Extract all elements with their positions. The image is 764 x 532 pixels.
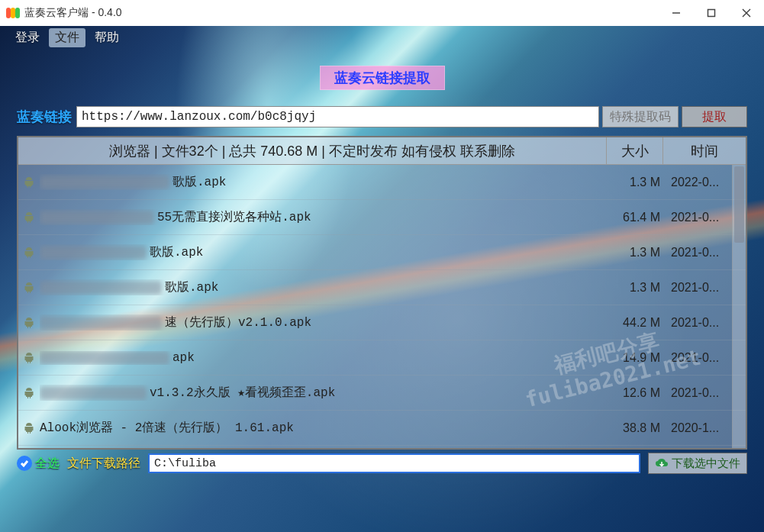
table-row[interactable]: UPX浏览器v85.0.4183.127会员破解版 极速访问站.apk51.0 … — [18, 446, 746, 448]
file-name-text: 歌版.apk — [165, 279, 218, 295]
minimize-button[interactable] — [659, 0, 694, 26]
table-body: 福利吧分享 fuliba2021.net 歌版.apk1.3 M2022-0..… — [18, 165, 746, 448]
select-all-button[interactable]: 全选 — [17, 456, 60, 472]
file-name-cell: 歌版.apk — [40, 279, 610, 295]
file-size-cell: 61.4 M — [610, 211, 666, 224]
file-name-text: Alook浏览器 - 2倍速（先行版） 1.61.apk — [40, 420, 294, 436]
file-name-text: v1.3.2永久版 ★看视频歪歪.apk — [150, 385, 335, 401]
file-size-cell: 12.6 M — [610, 386, 666, 400]
table-row[interactable]: v1.3.2永久版 ★看视频歪歪.apk12.6 M2021-0... — [18, 376, 746, 411]
app-logo-icon — [6, 8, 20, 18]
extract-code-input[interactable] — [602, 106, 679, 127]
url-label: 蓝奏链接 — [17, 108, 72, 126]
scrollbar[interactable] — [732, 165, 746, 448]
extract-button[interactable]: 提取 — [682, 106, 747, 127]
table-row[interactable]: 速（先行版）v2.1.0.apk44.2 M2021-0... — [18, 305, 746, 340]
menu-help[interactable]: 帮助 — [89, 28, 125, 47]
file-size-cell: 1.3 M — [610, 281, 666, 295]
check-icon — [17, 456, 32, 471]
android-icon — [23, 176, 35, 189]
url-row: 蓝奏链接 提取 — [17, 104, 747, 130]
file-name-cell: 速（先行版）v2.1.0.apk — [40, 314, 610, 330]
select-all-label: 全选 — [35, 456, 60, 472]
file-size-cell: 1.3 M — [610, 246, 666, 260]
download-button-label: 下载选中文件 — [672, 456, 740, 471]
android-icon — [23, 247, 35, 259]
col-name[interactable]: 浏览器 | 文件32个 | 总共 740.68 M | 不定时发布 如有侵权 联… — [18, 137, 607, 164]
file-icon-cell — [18, 422, 40, 434]
file-name-cell: Alook浏览器 - 2倍速（先行版） 1.61.apk — [40, 420, 610, 436]
file-icon-cell — [18, 211, 40, 224]
table-row[interactable]: 歌版.apk1.3 M2022-0... — [18, 165, 746, 200]
col-time[interactable]: 时间 — [663, 137, 746, 164]
file-icon-cell — [18, 176, 40, 189]
file-name-cell: 歌版.apk — [40, 174, 610, 190]
maximize-button[interactable] — [694, 0, 729, 26]
file-size-cell: 14.9 M — [610, 351, 666, 365]
table-row[interactable]: Alook浏览器 - 2倍速（先行版） 1.61.apk38.8 M2020-1… — [18, 411, 746, 446]
file-name-cell: v1.3.2永久版 ★看视频歪歪.apk — [40, 385, 610, 401]
file-table: 浏览器 | 文件32个 | 总共 740.68 M | 不定时发布 如有侵权 联… — [17, 136, 747, 450]
cloud-download-icon — [655, 458, 669, 469]
table-row[interactable]: apk14.9 M2021-0... — [18, 340, 746, 376]
android-icon — [23, 422, 35, 434]
scroll-thumb[interactable] — [734, 166, 744, 243]
table-header: 浏览器 | 文件32个 | 总共 740.68 M | 不定时发布 如有侵权 联… — [18, 137, 746, 165]
download-path-label: 文件下载路径 — [67, 456, 140, 472]
table-row[interactable]: 55无需直接浏览各种站.apk61.4 M2021-0... — [18, 200, 746, 235]
file-name-cell: 55无需直接浏览各种站.apk — [40, 209, 610, 225]
headline-banner: 蓝奏云链接提取 — [320, 66, 445, 90]
file-name-text: apk — [172, 351, 195, 365]
android-icon — [23, 211, 35, 224]
android-icon — [23, 352, 35, 364]
menu-login[interactable]: 登录 — [9, 28, 46, 47]
file-name-text: 歌版.apk — [172, 174, 226, 190]
android-icon — [23, 387, 35, 399]
file-icon-cell — [18, 387, 40, 399]
file-icon-cell — [18, 317, 40, 329]
table-row[interactable]: 歌版.apk1.3 M2021-0... — [18, 270, 746, 305]
file-icon-cell — [18, 247, 40, 259]
android-icon — [23, 317, 35, 329]
android-icon — [23, 282, 35, 294]
menu-file[interactable]: 文件 — [49, 28, 85, 47]
file-name-cell: apk — [40, 351, 610, 365]
file-size-cell: 44.2 M — [610, 316, 666, 330]
window-title: 蓝奏云客户端 - 0.4.0 — [24, 6, 122, 20]
file-size-cell: 1.3 M — [610, 176, 666, 189]
file-icon-cell — [18, 282, 40, 294]
titlebar: 蓝奏云客户端 - 0.4.0 — [0, 0, 764, 26]
bottom-bar: 全选 文件下载路径 下载选中文件 — [17, 451, 747, 476]
table-row[interactable]: 歌版.apk1.3 M2021-0... — [18, 235, 746, 270]
download-selected-button[interactable]: 下载选中文件 — [648, 453, 747, 474]
menubar: 登录 文件 帮助 — [0, 26, 764, 49]
col-size[interactable]: 大小 — [607, 137, 663, 164]
file-size-cell: 38.8 M — [610, 421, 666, 435]
file-name-cell: 歌版.apk — [40, 244, 610, 260]
file-name-text: 55无需直接浏览各种站.apk — [157, 209, 311, 225]
url-input[interactable] — [76, 106, 599, 127]
window-controls — [659, 0, 764, 26]
title-left: 蓝奏云客户端 - 0.4.0 — [6, 6, 122, 20]
file-icon-cell — [18, 352, 40, 364]
svg-rect-1 — [708, 10, 715, 17]
file-name-text: 速（先行版）v2.1.0.apk — [165, 314, 311, 330]
close-button[interactable] — [729, 0, 764, 26]
file-name-text: 歌版.apk — [150, 244, 203, 260]
download-path-input[interactable] — [148, 453, 640, 473]
